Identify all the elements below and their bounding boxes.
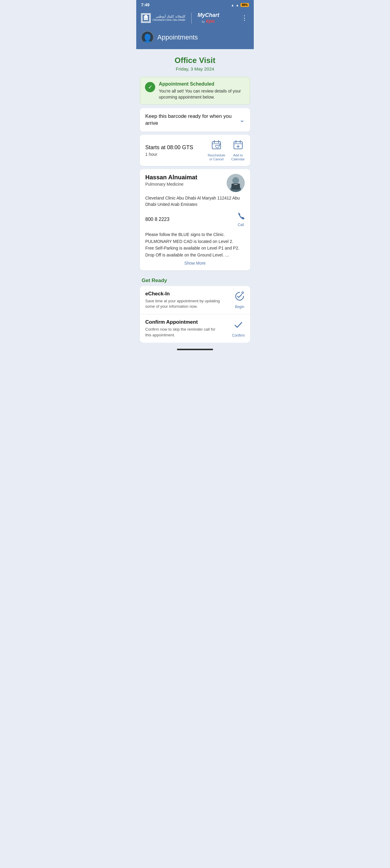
- scheduled-title: Appointment Scheduled: [159, 82, 245, 87]
- scheduled-card: ✓ Appointment Scheduled You're all set! …: [140, 77, 250, 104]
- avatar-icon: 👤: [142, 33, 153, 43]
- confirm-icon: [233, 320, 243, 332]
- user-header: 👤 Appointments: [136, 29, 254, 49]
- reschedule-label: Rescheduleor Cancel: [208, 153, 225, 161]
- header-logo: كليفلاند كلينك أبوظبي Cleveland Clinic A…: [141, 12, 219, 24]
- confirm-label: Confirm: [232, 333, 245, 338]
- directions-text: Please follow the BLUE signs to the Clin…: [145, 231, 245, 258]
- time-card: Starts at 08:00 GTS 1 hour: [140, 135, 250, 166]
- time-actions: Rescheduleor Cancel Add toCalendar: [208, 140, 245, 161]
- visit-date: Friday, 3 May 2024: [141, 66, 249, 71]
- call-label: Call: [238, 223, 244, 227]
- mychart-text: MyChart: [198, 12, 219, 19]
- svg-point-14: [232, 177, 239, 184]
- doctor-name: Hassan Alnuaimat: [145, 174, 198, 181]
- scheduled-message: You're all set! You can review details o…: [159, 88, 245, 100]
- status-bar: 7:49 98%: [136, 0, 254, 9]
- phone-row: 800 8 2223 Call: [145, 212, 245, 227]
- echeckin-begin-button[interactable]: Begin: [235, 291, 245, 309]
- avatar: 👤: [141, 31, 154, 44]
- doctor-avatar-svg: [227, 174, 245, 192]
- reschedule-button[interactable]: Rescheduleor Cancel: [208, 140, 225, 161]
- wifi-icon: [231, 3, 234, 7]
- add-to-calendar-button[interactable]: Add toCalendar: [231, 140, 245, 161]
- calendar-label: Add toCalendar: [231, 153, 245, 161]
- clinic-logo: كليفلاند كلينك أبوظبي Cleveland Clinic A…: [141, 13, 185, 23]
- calendar-icon: [233, 140, 243, 152]
- clinic-address: Cleveland Clinic Abu Dhabi Al Maryah 112…: [145, 195, 245, 208]
- time-display: 7:49: [141, 2, 149, 7]
- menu-button[interactable]: ⋮: [240, 13, 249, 23]
- app-header: كليفلاند كلينك أبوظبي Cleveland Clinic A…: [136, 9, 254, 29]
- barcode-row[interactable]: Keep this barcode ready for when you arr…: [140, 108, 250, 132]
- get-ready-header: Get Ready: [136, 273, 254, 286]
- phone-icon: [237, 212, 245, 221]
- barcode-card[interactable]: Keep this barcode ready for when you arr…: [140, 108, 250, 132]
- home-bar: [177, 349, 213, 350]
- time-info: Starts at 08:00 GTS 1 hour: [145, 144, 193, 157]
- logo-divider: [191, 13, 192, 24]
- svg-rect-2: [145, 15, 147, 18]
- clinic-text: كليفلاند كلينك أبوظبي Cleveland Clinic A…: [152, 14, 185, 22]
- show-more-button[interactable]: Show More: [145, 261, 245, 266]
- visit-header: Office Visit Friday, 3 May 2024: [136, 49, 254, 77]
- phone-number: 800 8 2223: [145, 217, 169, 222]
- confirm-item[interactable]: Confirm Appointment Confirm now to skip …: [140, 314, 250, 342]
- svg-rect-17: [234, 184, 238, 185]
- doctor-specialty: Pulmonary Medicine: [145, 182, 198, 187]
- confirm-button[interactable]: Confirm: [232, 320, 245, 338]
- echeckin-item[interactable]: eCheck-In Save time at your appointment …: [140, 286, 250, 314]
- clinic-icon: [141, 13, 151, 23]
- doctor-header: Hassan Alnuaimat Pulmonary Medicine: [145, 174, 245, 192]
- page-title: Appointments: [157, 33, 198, 41]
- barcode-text: Keep this barcode ready for when you arr…: [145, 113, 236, 127]
- echeckin-label: Begin: [235, 305, 244, 309]
- echeckin-text: eCheck-In Save time at your appointment …: [145, 291, 221, 309]
- signal-icon: [236, 3, 239, 7]
- visit-type: Office Visit: [141, 56, 249, 65]
- scheduled-text: Appointment Scheduled You're all set! Yo…: [159, 82, 245, 100]
- battery-icon: 98%: [241, 3, 249, 7]
- confirm-text: Confirm Appointment Confirm now to skip …: [145, 319, 221, 338]
- check-circle-icon: ✓: [145, 82, 155, 92]
- chevron-down-icon[interactable]: ⌄: [239, 116, 245, 124]
- confirm-title: Confirm Appointment: [145, 319, 221, 325]
- by-epic: by Epic: [202, 19, 215, 24]
- doctor-photo: [227, 174, 245, 192]
- echeckin-icon: [235, 291, 245, 304]
- confirm-description: Confirm now to skip the reminder call fo…: [145, 327, 221, 338]
- call-button[interactable]: Call: [237, 212, 245, 227]
- home-indicator: [136, 343, 254, 353]
- echeckin-description: Save time at your appointment by updatin…: [145, 299, 221, 309]
- time-row: Starts at 08:00 GTS 1 hour: [140, 135, 250, 166]
- status-icons: 98%: [231, 3, 249, 7]
- doctor-info: Hassan Alnuaimat Pulmonary Medicine: [145, 174, 198, 187]
- reschedule-icon: [211, 140, 221, 152]
- start-time: Starts at 08:00 GTS: [145, 144, 193, 151]
- doctor-card: Hassan Alnuaimat Pulmonary Medicine Clev…: [140, 169, 250, 270]
- main-content: Office Visit Friday, 3 May 2024 ✓ Appoin…: [136, 49, 254, 353]
- echeckin-title: eCheck-In: [145, 291, 221, 297]
- duration: 1 hour: [145, 152, 193, 157]
- get-ready-card: eCheck-In Save time at your appointment …: [140, 286, 250, 343]
- mychart-logo: MyChart by Epic: [198, 12, 219, 24]
